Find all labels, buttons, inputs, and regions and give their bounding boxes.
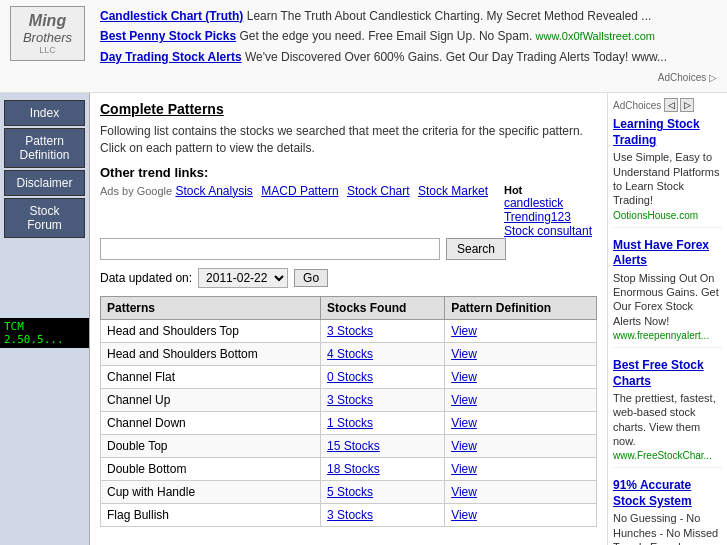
col-patterns: Patterns xyxy=(101,296,321,319)
right-ad-1-title[interactable]: Must Have Forex Alerts xyxy=(613,238,722,269)
right-sidebar: AdChoices ◁ ▷ Learning Stock TradingUse … xyxy=(607,93,727,545)
search-button[interactable]: Search xyxy=(446,238,506,260)
trend-link-stock-chart[interactable]: Stock Chart xyxy=(347,184,410,198)
stocks-found-cell: 3 Stocks xyxy=(321,388,445,411)
go-button[interactable]: Go xyxy=(294,269,328,287)
header-ad-1-text: Learn The Truth About Candlestick Charti… xyxy=(247,9,652,23)
trend-link-macd-pattern[interactable]: MACD Pattern xyxy=(261,184,338,198)
stocks-link[interactable]: 4 Stocks xyxy=(327,347,373,361)
sidebar-item-pattern-definition[interactable]: Pattern Definition xyxy=(4,128,85,168)
table-row: Channel Down1 StocksView xyxy=(101,411,597,434)
stocks-link[interactable]: 3 Stocks xyxy=(327,324,373,338)
header-ad-3-title[interactable]: Day Trading Stock Alerts xyxy=(100,50,242,64)
header-ad-2-text: Get the edge you need. Free Email Sign U… xyxy=(239,29,532,43)
header-ad-3-text: We've Discovered Over 600% Gains. Get Ou… xyxy=(245,50,667,64)
definition-cell: View xyxy=(445,503,597,526)
stocks-link[interactable]: 1 Stocks xyxy=(327,416,373,430)
right-ad-0-url: OotionsHouse.com xyxy=(613,210,722,221)
right-ad-0: Learning Stock TradingUse Simple, Easy t… xyxy=(613,117,722,227)
header-ad-2: Best Penny Stock Picks Get the edge you … xyxy=(100,26,717,46)
pattern-cell: Flag Bullish xyxy=(101,503,321,526)
definition-cell: View xyxy=(445,319,597,342)
hot-links: Hot candlestick Trending123 Stock consul… xyxy=(504,184,597,238)
header-ads-links: Candlestick Chart (Truth) Learn The Trut… xyxy=(100,6,717,86)
right-ad-2: Best Free Stock ChartsThe prettiest, fas… xyxy=(613,358,722,468)
definition-link[interactable]: View xyxy=(451,462,477,476)
right-ad-2-url: www.FreeStockChar... xyxy=(613,450,722,461)
definition-link[interactable]: View xyxy=(451,485,477,499)
stocks-link[interactable]: 0 Stocks xyxy=(327,370,373,384)
header-ad-3: Day Trading Stock Alerts We've Discovere… xyxy=(100,47,717,67)
logo-brothers: Brothers xyxy=(23,30,72,45)
header-ad-1-title[interactable]: Candlestick Chart (Truth) xyxy=(100,9,243,23)
right-ad-2-title[interactable]: Best Free Stock Charts xyxy=(613,358,722,389)
definition-link[interactable]: View xyxy=(451,508,477,522)
stocks-link[interactable]: 18 Stocks xyxy=(327,462,380,476)
sidebar-item-index[interactable]: Index xyxy=(4,100,85,126)
date-label: Data updated on: xyxy=(100,271,192,285)
hot-link-candlestick[interactable]: candlestick xyxy=(504,196,592,210)
table-row: Flag Bullish3 StocksView xyxy=(101,503,597,526)
logo-area: Ming Brothers LLC xyxy=(10,6,90,61)
ads-by-google: Ads by Google xyxy=(100,185,172,197)
header-adchoices: AdChoices ▷ xyxy=(100,69,717,86)
ad-nav-next[interactable]: ▷ xyxy=(680,98,694,112)
right-ad-2-body: The prettiest, fastest, web-based stock … xyxy=(613,391,722,448)
search-input[interactable] xyxy=(100,238,440,260)
hot-label: Hot xyxy=(504,184,522,196)
definition-link[interactable]: View xyxy=(451,324,477,338)
trend-links-row: Ads by Google Stock Analysis MACD Patter… xyxy=(100,184,597,198)
definition-link[interactable]: View xyxy=(451,347,477,361)
right-ad-3-body: No Guessing - No Hunches - No Missed Tre… xyxy=(613,511,722,545)
sidebar-item-disclaimer[interactable]: Disclaimer xyxy=(4,170,85,196)
definition-cell: View xyxy=(445,411,597,434)
stocks-link[interactable]: 3 Stocks xyxy=(327,508,373,522)
trend-link-stock-analysis[interactable]: Stock Analysis xyxy=(176,184,253,198)
stocks-link[interactable]: 3 Stocks xyxy=(327,393,373,407)
header-ad-1: Candlestick Chart (Truth) Learn The Trut… xyxy=(100,6,717,26)
stocks-found-cell: 4 Stocks xyxy=(321,342,445,365)
right-ad-3: 91% Accurate Stock SystemNo Guessing - N… xyxy=(613,478,722,545)
right-adchoices-header: AdChoices ◁ ▷ xyxy=(613,98,722,112)
pattern-cell: Head and Shoulders Bottom xyxy=(101,342,321,365)
right-ad-0-body: Use Simple, Easy to Understand Platforms… xyxy=(613,150,722,207)
logo[interactable]: Ming Brothers LLC xyxy=(10,6,85,61)
definition-cell: View xyxy=(445,434,597,457)
definition-link[interactable]: View xyxy=(451,439,477,453)
definition-cell: View xyxy=(445,480,597,503)
definition-link[interactable]: View xyxy=(451,416,477,430)
stocks-found-cell: 18 Stocks xyxy=(321,457,445,480)
right-ad-0-title[interactable]: Learning Stock Trading xyxy=(613,117,722,148)
patterns-tbody: Head and Shoulders Top3 StocksViewHead a… xyxy=(101,319,597,526)
search-area: Search xyxy=(100,238,597,260)
right-ad-3-title[interactable]: 91% Accurate Stock System xyxy=(613,478,722,509)
ad-nav-prev[interactable]: ◁ xyxy=(664,98,678,112)
stocks-found-cell: 1 Stocks xyxy=(321,411,445,434)
hot-link-trending123[interactable]: Trending123 xyxy=(504,210,592,224)
hot-link-stock-consultant[interactable]: Stock consultant xyxy=(504,224,592,238)
right-ad-1: Must Have Forex AlertsStop Missing Out O… xyxy=(613,238,722,348)
definition-link[interactable]: View xyxy=(451,393,477,407)
stocks-link[interactable]: 15 Stocks xyxy=(327,439,380,453)
trend-links-label: Other trend links: xyxy=(100,165,597,180)
pattern-cell: Double Bottom xyxy=(101,457,321,480)
table-row: Double Bottom18 StocksView xyxy=(101,457,597,480)
date-select[interactable]: 2011-02-22 xyxy=(198,268,288,288)
pattern-cell: Channel Down xyxy=(101,411,321,434)
sidebar-item-stock-forum[interactable]: Stock Forum xyxy=(4,198,85,238)
pattern-cell: Cup with Handle xyxy=(101,480,321,503)
header-ad-2-title[interactable]: Best Penny Stock Picks xyxy=(100,29,236,43)
patterns-table: Patterns Stocks Found Pattern Definition… xyxy=(100,296,597,527)
trend-link-stock-market[interactable]: Stock Market xyxy=(418,184,488,198)
stocks-found-cell: 3 Stocks xyxy=(321,319,445,342)
intro-text: Following list contains the stocks we se… xyxy=(100,123,597,157)
definition-cell: View xyxy=(445,457,597,480)
stocks-link[interactable]: 5 Stocks xyxy=(327,485,373,499)
ad-nav-arrows: ◁ ▷ xyxy=(664,98,694,112)
table-row: Cup with Handle5 StocksView xyxy=(101,480,597,503)
main-layout: Index Pattern Definition Disclaimer Stoc… xyxy=(0,93,727,545)
page-title: Complete Patterns xyxy=(100,101,597,117)
pattern-cell: Channel Up xyxy=(101,388,321,411)
logo-llc: LLC xyxy=(39,45,56,55)
definition-link[interactable]: View xyxy=(451,370,477,384)
